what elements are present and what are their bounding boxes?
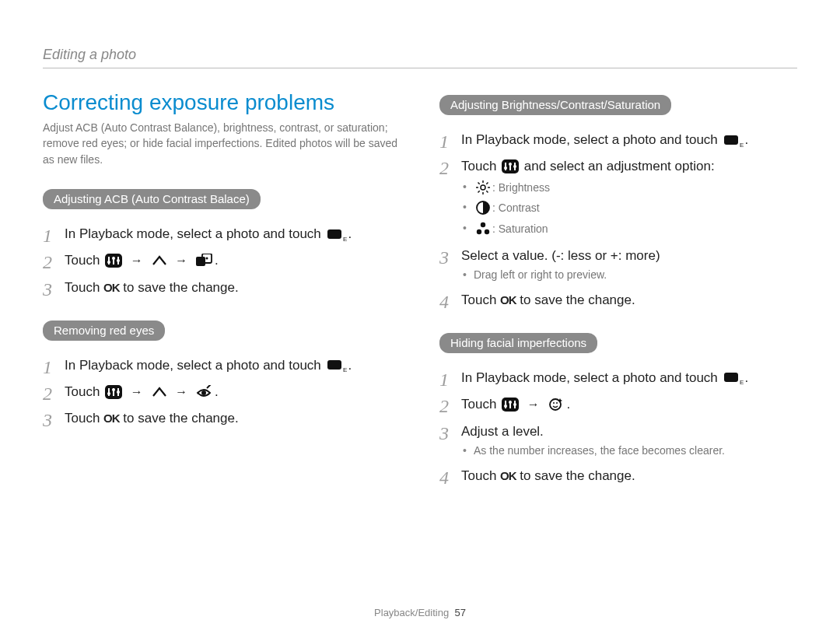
bcs-sub-options: : Brightness : Contrast : Saturation	[461, 180, 797, 239]
adjust-icon	[502, 396, 519, 415]
section-redeye-title: Removing red eyes	[43, 321, 165, 341]
bcs-steps: In Playback mode, select a photo and tou…	[439, 131, 797, 310]
text: to save the change.	[516, 292, 635, 307]
bcs-step-2: Touch and select an adjustment option: :…	[439, 157, 797, 238]
redeye-icon	[196, 384, 213, 402]
intro-text: Adjust ACB (Auto Contrast Balance), brig…	[43, 120, 401, 167]
face-steps: In Playback mode, select a photo and tou…	[439, 369, 797, 485]
text: Touch	[65, 384, 103, 399]
bcs-step3-sub: Drag left or right to preview.	[461, 268, 797, 283]
edit-icon	[327, 356, 347, 375]
text: Touch	[65, 253, 103, 268]
acb-step-1: In Playback mode, select a photo and tou…	[43, 225, 401, 243]
bcs-step-4: Touch OK to save the change.	[439, 291, 797, 310]
text: In Playback mode, select a photo and tou…	[461, 370, 722, 385]
page-footer: Playback/Editing 57	[0, 607, 840, 618]
section-face-title: Hiding facial imperfections	[439, 333, 597, 353]
adjust-icon	[105, 252, 122, 271]
text: .	[215, 253, 219, 268]
face-step-2: Touch → .	[439, 395, 797, 414]
ok-icon: OK	[500, 469, 516, 482]
label: Saturation	[499, 222, 548, 235]
left-column: Correcting exposure problems Adjust ACB …	[43, 90, 401, 504]
text: In Playback mode, select a photo and tou…	[65, 358, 325, 373]
arrow-icon: →	[175, 385, 187, 398]
text: Touch	[461, 159, 500, 173]
text: .	[348, 226, 352, 241]
redeye-step-1: In Playback mode, select a photo and tou…	[43, 356, 401, 375]
ok-icon: OK	[103, 412, 120, 425]
right-column: Adjusting Brightness/Contrast/Saturation…	[439, 90, 797, 504]
text: Select a value. (-: less or +: more)	[461, 248, 660, 263]
saturation-icon	[475, 221, 491, 239]
text: to save the change.	[120, 411, 239, 426]
redeye-step-2: Touch → → .	[43, 383, 401, 401]
arrow-icon: →	[527, 398, 540, 411]
face-step-3: Adjust a level. As the number increases,…	[439, 422, 797, 459]
label: Contrast	[499, 201, 540, 214]
text: .	[567, 397, 571, 412]
text: .	[348, 358, 352, 373]
redeye-step-3: Touch OK to save the change.	[43, 409, 401, 428]
face-retouch-icon	[548, 396, 565, 415]
text: Touch	[461, 468, 500, 483]
edit-icon	[327, 226, 347, 244]
text: .	[745, 370, 749, 385]
contrast-icon	[475, 200, 491, 218]
text: Touch	[65, 280, 103, 295]
footer-page-number: 57	[454, 607, 465, 618]
adjust-icon	[105, 384, 122, 402]
ok-icon: OK	[103, 281, 120, 294]
acb-step-3: Touch OK to save the change.	[43, 278, 401, 297]
edit-icon	[723, 369, 744, 387]
text: .	[745, 132, 749, 147]
text: Touch	[65, 411, 103, 426]
text: Touch	[461, 292, 500, 307]
label: Brightness	[499, 181, 550, 194]
ok-icon: OK	[500, 293, 516, 306]
text: and select an adjustment option:	[524, 159, 715, 173]
arrow-icon: →	[175, 254, 187, 267]
text: Touch	[461, 397, 500, 412]
caret-up-icon	[152, 384, 167, 402]
sub-note: Drag left or right to preview.	[461, 268, 797, 283]
bcs-step-1: In Playback mode, select a photo and tou…	[439, 131, 797, 149]
redeye-steps: In Playback mode, select a photo and tou…	[43, 356, 401, 429]
text: to save the change.	[516, 468, 635, 483]
face-step3-sub: As the number increases, the face become…	[461, 443, 797, 459]
face-step-1: In Playback mode, select a photo and tou…	[439, 369, 797, 387]
acb-icon	[196, 252, 213, 271]
breadcrumb: Editing a photo	[43, 47, 797, 68]
text: In Playback mode, select a photo and tou…	[65, 226, 325, 241]
text: In Playback mode, select a photo and tou…	[461, 132, 722, 147]
option-saturation: : Saturation	[461, 221, 797, 239]
text: to save the change.	[120, 280, 239, 295]
section-bcs-title: Adjusting Brightness/Contrast/Saturation	[439, 95, 671, 115]
brightness-icon	[475, 180, 491, 198]
bcs-step-3: Select a value. (-: less or +: more) Dra…	[439, 247, 797, 283]
content-columns: Correcting exposure problems Adjust ACB …	[43, 90, 797, 504]
option-contrast: : Contrast	[461, 200, 797, 218]
acb-steps: In Playback mode, select a photo and tou…	[43, 225, 401, 297]
arrow-icon: →	[131, 385, 143, 398]
caret-up-icon	[152, 252, 167, 271]
acb-step-2: Touch → → .	[43, 251, 401, 270]
text: .	[215, 384, 219, 399]
footer-section: Playback/Editing	[374, 607, 449, 618]
adjust-icon	[502, 158, 519, 177]
text: Adjust a level.	[461, 424, 544, 439]
edit-icon	[723, 131, 744, 150]
face-step-4: Touch OK to save the change.	[439, 467, 797, 485]
option-brightness: : Brightness	[461, 180, 797, 198]
page: Editing a photo Correcting exposure prob…	[0, 0, 840, 634]
page-title: Correcting exposure problems	[43, 90, 401, 115]
arrow-icon: →	[131, 254, 143, 267]
sub-note: As the number increases, the face become…	[461, 443, 797, 459]
section-acb-title: Adjusting ACB (Auto Contrast Balace)	[43, 189, 261, 209]
